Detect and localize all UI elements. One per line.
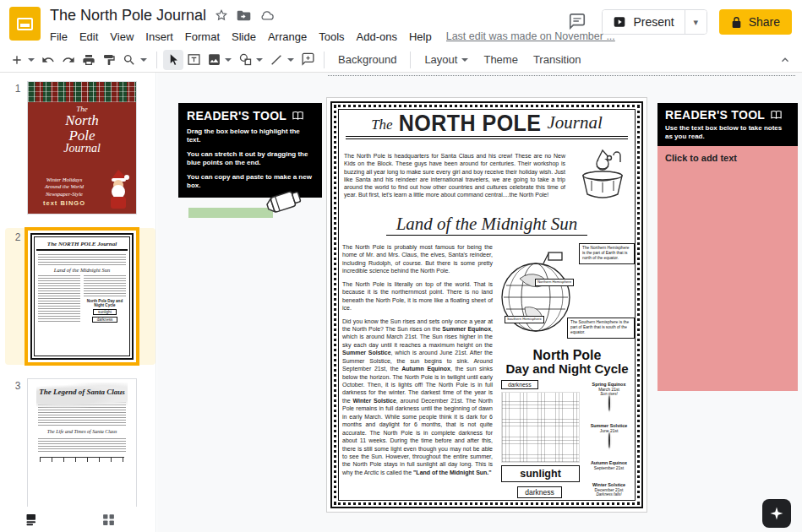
- grid-view-icon[interactable]: [98, 509, 119, 530]
- slide-thumbnail-2-selected[interactable]: 2 The NORTH POLE Journal Land of the Mid…: [5, 228, 155, 365]
- mini-subtitle: Newspaper-Style: [31, 191, 97, 198]
- insert-comment-icon[interactable]: [297, 50, 318, 70]
- insert-image-caret[interactable]: [225, 58, 232, 62]
- cloud-status-icon[interactable]: [259, 9, 275, 21]
- present-play-icon: [613, 15, 626, 29]
- filmstrip-view-icon[interactable]: [22, 509, 44, 529]
- view-toggle-bar: [0, 507, 156, 532]
- share-label: Share: [749, 15, 780, 29]
- mini-bingo-label: text BINGO: [31, 199, 97, 207]
- menu-help[interactable]: Help: [403, 29, 438, 45]
- insert-line-caret[interactable]: [287, 58, 294, 62]
- menu-arrange[interactable]: Arrange: [262, 29, 313, 45]
- northern-hemisphere-callout: The Northern Hemisphere is the part of E…: [579, 243, 635, 264]
- notes-text-box[interactable]: Click to add text: [657, 146, 798, 391]
- theme-button[interactable]: Theme: [476, 50, 525, 69]
- menu-edit[interactable]: Edit: [74, 29, 104, 45]
- slide-number: 2: [8, 230, 27, 363]
- layout-label: Layout: [424, 53, 457, 66]
- mini-heading: Land of the Midnight Sun: [35, 267, 129, 273]
- slides-logo-glyph: [17, 18, 33, 30]
- star-icon[interactable]: [215, 8, 228, 22]
- zoom-caret[interactable]: [140, 58, 147, 62]
- document-title[interactable]: The North Pole Journal: [50, 7, 206, 24]
- slide-page[interactable]: The NORTH POLE Journal The North Pole is…: [326, 97, 647, 513]
- slide-thumbnail-1[interactable]: 1 The North Pole Journal Winter Holidays…: [5, 79, 155, 216]
- present-button[interactable]: Present: [603, 10, 684, 34]
- toolbar: Background Layout Theme Transition: [0, 47, 802, 73]
- globe-figure: The Northern Hemisphere is the part of E…: [499, 243, 635, 345]
- redo-icon[interactable]: [58, 50, 79, 70]
- present-dropdown-caret[interactable]: ▾: [685, 10, 707, 34]
- readers-tool-left-box[interactable]: READER'S TOOL Drag the box below to high…: [178, 103, 322, 198]
- insert-image-icon[interactable]: [204, 50, 224, 70]
- layout-button[interactable]: Layout: [417, 50, 476, 69]
- readers-tool-instruction: You can stretch it out by dragging the b…: [187, 150, 314, 168]
- text-box-icon[interactable]: [183, 50, 204, 70]
- mini-title-line: North: [28, 113, 136, 128]
- toolbar-separator: [324, 52, 325, 68]
- readers-tool-title: READER'S TOOL: [187, 109, 286, 122]
- topbar: The North Pole Journal File Edit View In…: [0, 0, 802, 47]
- insert-shape-icon[interactable]: [235, 50, 255, 70]
- slide-number: 3: [8, 378, 27, 507]
- mini-text-lines: [38, 253, 126, 265]
- season-label-summer: Summer Solstice June 21st: [583, 423, 635, 448]
- explore-button[interactable]: [762, 499, 791, 528]
- article-paragraph: The North Pole is probably most famous f…: [342, 243, 493, 275]
- readers-tool-instruction: Drag the box below to highlight the text…: [187, 128, 314, 145]
- print-icon[interactable]: [79, 50, 99, 70]
- menu-view[interactable]: View: [104, 29, 139, 45]
- day-night-cycle-title: North Pole Day and Night Cycle: [499, 348, 635, 376]
- mini-darkness-chip: darkness: [92, 317, 118, 323]
- transition-button[interactable]: Transition: [526, 50, 589, 69]
- southern-hemisphere-callout: The Southern Hemisphere is the part of E…: [567, 318, 635, 339]
- top-actions: Present ▾ Share: [565, 9, 792, 35]
- highlight-drag-bar[interactable]: [188, 208, 273, 218]
- sunlight-label: sunlight: [501, 465, 580, 482]
- mini-title-line: Journal: [28, 143, 136, 155]
- slide-thumbnail-3[interactable]: 3 The Legend of Santa Claus The Life and…: [5, 377, 155, 507]
- menu-insert[interactable]: Insert: [139, 29, 179, 45]
- zoom-icon[interactable]: [119, 50, 139, 70]
- menu-slide[interactable]: Slide: [226, 29, 262, 45]
- hide-menus-icon[interactable]: [775, 50, 795, 70]
- menu-file[interactable]: File: [44, 29, 74, 45]
- comments-icon[interactable]: [565, 9, 590, 35]
- season-label-spring: Spring Equinox March 21st Sun rises!: [583, 382, 635, 411]
- undo-icon[interactable]: [38, 50, 58, 70]
- day-night-cycle-diagram: darkness sunlight darkness Spring Equino…: [499, 380, 635, 498]
- paint-format-icon[interactable]: [99, 50, 119, 70]
- new-slide-plus-icon[interactable]: [7, 50, 27, 70]
- insert-line-icon[interactable]: [266, 50, 286, 70]
- slides-logo-icon[interactable]: [9, 7, 41, 41]
- background-button[interactable]: Background: [330, 50, 404, 69]
- present-button-group: Present ▾: [602, 9, 707, 35]
- mini-cycle-title: North Pole Day and Night Cycle: [84, 299, 126, 307]
- move-folder-icon[interactable]: [237, 9, 251, 22]
- sun-icon: [608, 432, 610, 448]
- menu-addons[interactable]: Add-ons: [351, 29, 403, 45]
- menu-format[interactable]: Format: [179, 29, 226, 45]
- season-label-autumn: Autumn Equinox September 21st: [583, 460, 635, 470]
- new-slide-caret[interactable]: [28, 58, 35, 62]
- masthead-journal: Journal: [548, 112, 603, 133]
- readers-tool-instruction: Use the text box below to take notes as …: [665, 124, 790, 142]
- readers-tool-right-box[interactable]: READER'S TOOL Use the text box below to …: [657, 103, 798, 149]
- mini-masthead: The NORTH POLE Journal: [36, 238, 128, 251]
- masthead-north-pole: NORTH POLE: [399, 112, 542, 134]
- menu-tools[interactable]: Tools: [313, 29, 350, 45]
- readers-tool-title: READER'S TOOL: [665, 108, 765, 122]
- share-button[interactable]: Share: [719, 9, 792, 35]
- present-label: Present: [633, 15, 674, 29]
- plaid-banner: [28, 82, 136, 102]
- insert-shape-caret[interactable]: [256, 58, 263, 62]
- select-cursor-icon[interactable]: [163, 50, 183, 70]
- slide-canvas: READER'S TOOL Drag the box below to high…: [157, 73, 802, 532]
- toolbar-separator: [410, 52, 411, 68]
- notes-placeholder: Click to add text: [657, 146, 798, 170]
- slide-filmstrip: 1 The North Pole Journal Winter Holidays…: [0, 73, 156, 507]
- mini-mid-heading: The Life and Times of Santa Claus: [35, 429, 129, 434]
- title-area: The North Pole Journal File Edit View In…: [50, 5, 615, 46]
- mini-title: The Legend of Santa Claus: [35, 388, 129, 396]
